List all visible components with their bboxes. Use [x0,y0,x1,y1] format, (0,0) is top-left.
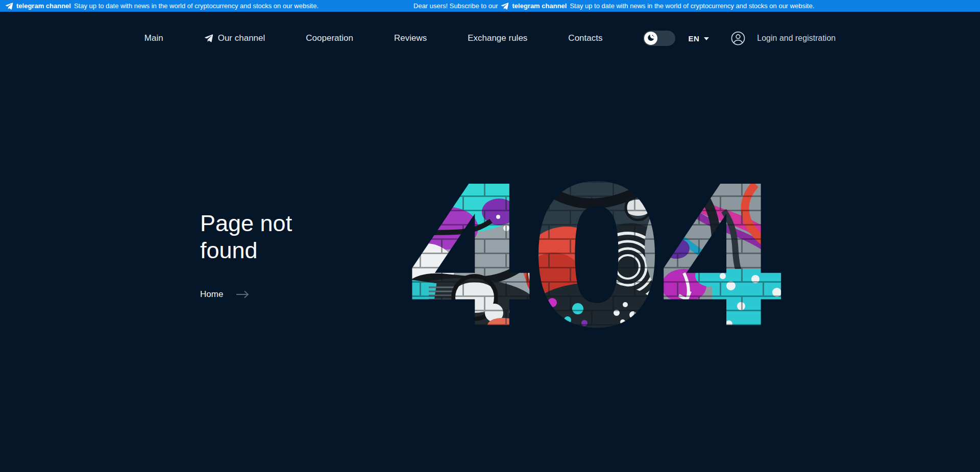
nav-item-contacts[interactable]: Contacts [568,33,602,43]
telegram-icon [204,34,213,43]
nav-item-label: Reviews [394,33,427,43]
nav-item-label: Exchange rules [468,33,527,43]
ticker-bold-text: telegram channel [16,2,71,10]
user-circle-icon [730,31,746,46]
theme-toggle-knob [644,32,657,45]
nav-item-cooperation[interactable]: Cooperation [306,33,353,43]
theme-toggle[interactable] [643,31,675,46]
ticker-prefix: Dear users! Subscribe to our [413,2,498,10]
error-text-column: Page not found Home [194,181,398,329]
page-title: Page not found [200,210,323,264]
login-registration-link[interactable]: Login and registration [730,31,836,46]
login-label: Login and registration [757,34,836,43]
telegram-icon [5,2,13,10]
header: Main Our channel Cooperation Reviews Exc… [0,12,980,65]
nav-item-label: Contacts [568,33,602,43]
nav-item-label: Cooperation [306,33,353,43]
ticker-bold-text: telegram channel [512,2,567,10]
nav-item-main[interactable]: Main [144,33,163,43]
ticker-segment: Dear users! Subscribe to our telegram ch… [413,2,814,10]
arrow-right-icon [236,290,250,299]
language-label: EN [688,34,699,43]
nav-item-label: Main [144,33,163,43]
nav-item-label: Our channel [218,33,265,43]
error-page-content: Page not found Home 404 [194,181,786,329]
nav-item-exchange-rules[interactable]: Exchange rules [468,33,527,43]
ticker-text: Stay up to date with news in the world o… [74,2,318,10]
main-navigation: Main Our channel Cooperation Reviews Exc… [144,31,676,46]
telegram-ticker-banner: telegram channel Stay up to date with ne… [0,0,980,12]
moon-star-icon [647,33,655,43]
home-link[interactable]: Home [200,289,250,300]
caret-down-icon [704,37,709,40]
404-graffiti-graphic: 404 [398,181,786,329]
telegram-icon [501,2,509,10]
nav-item-our-channel[interactable]: Our channel [204,33,265,43]
language-selector[interactable]: EN [688,34,709,43]
ticker-text: Stay up to date with news in the world o… [570,2,814,10]
nav-item-reviews[interactable]: Reviews [394,33,427,43]
home-link-label: Home [200,289,223,300]
error-graphic-column: 404 [398,181,786,329]
ticker-segment: telegram channel Stay up to date with ne… [2,2,318,10]
